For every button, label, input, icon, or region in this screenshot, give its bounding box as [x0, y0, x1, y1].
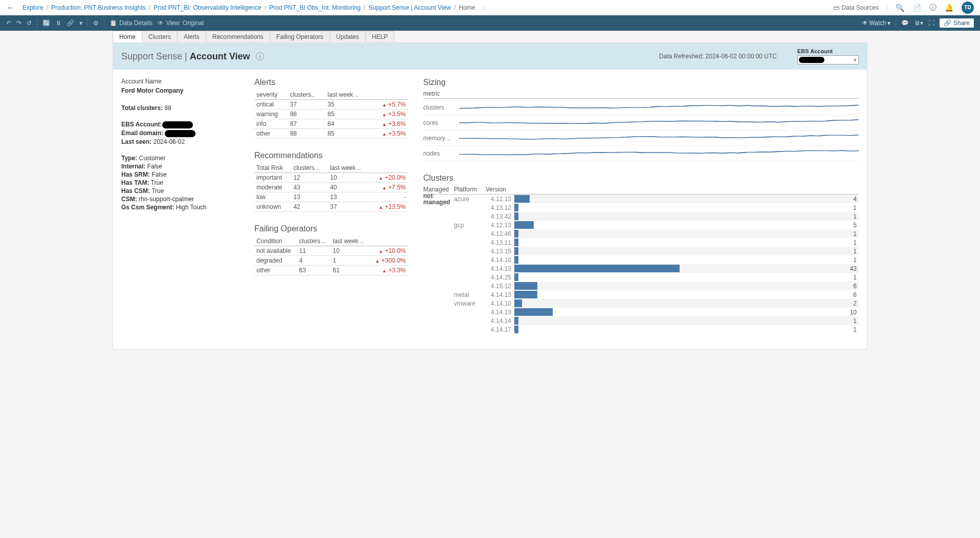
- bar-value: 5: [853, 222, 857, 229]
- sizing-label: nodes: [423, 150, 459, 157]
- crumb-prod-insights[interactable]: Production: PNT Business Insights: [51, 4, 146, 11]
- sizing-row-clusters[interactable]: clusters: [423, 100, 859, 115]
- sizing-row-memory[interactable]: memory ..: [423, 131, 859, 146]
- tab-failing-operators[interactable]: Failing Operators: [270, 31, 330, 42]
- row-key: low: [254, 192, 291, 202]
- tab-help[interactable]: HELP: [365, 31, 395, 42]
- crumb-monitoring[interactable]: Prod PNT_BI Obs_Int: Monitoring: [269, 4, 361, 11]
- tab-clusters[interactable]: Clusters: [142, 31, 178, 42]
- pause-icon[interactable]: ⏸: [55, 19, 61, 27]
- table-row[interactable]: warning8885▲ +3.5%: [254, 110, 408, 119]
- bar-cell: 10: [514, 308, 859, 316]
- cluster-bar-row[interactable]: vmware4.14.102: [423, 299, 859, 308]
- row-current: 63: [297, 266, 331, 275]
- bar-value: 1: [853, 239, 857, 246]
- performance-icon[interactable]: ⚙: [93, 19, 99, 27]
- table-row[interactable]: not available1110▲ +10.0%: [254, 246, 408, 256]
- clusters-col-platform: Platform: [454, 186, 486, 193]
- database-icon: 🗃: [833, 4, 839, 11]
- comments-icon[interactable]: 💬: [901, 19, 909, 27]
- ebs-account-select[interactable]: ▼: [797, 55, 859, 64]
- table-row[interactable]: low1313-: [254, 192, 408, 202]
- cluster-bar-row[interactable]: 4.14.251: [423, 273, 859, 282]
- account-name-value: Ford Motor Company: [121, 87, 239, 94]
- cluster-bar-row[interactable]: 4.14.141: [423, 316, 859, 325]
- row-prev: 1: [331, 256, 369, 266]
- table-row[interactable]: moderate4340▲ +7.5%: [254, 183, 408, 192]
- user-avatar[interactable]: TD: [962, 2, 974, 14]
- row-prev: 85: [325, 129, 371, 139]
- cluster-bar-row[interactable]: 4.13.151: [423, 247, 859, 255]
- table-row[interactable]: other8885▲ +3.5%: [254, 129, 408, 139]
- cluster-bar-row[interactable]: 4.14.101: [423, 255, 859, 264]
- cluster-bar-row[interactable]: metal4.14.136: [423, 290, 859, 299]
- cluster-bar-row[interactable]: 4.13.111: [423, 238, 859, 247]
- search-icon[interactable]: 🔍: [896, 4, 904, 12]
- row-delta: ▲ +3.3%: [369, 266, 408, 275]
- version-cell: 4.15.12: [486, 283, 514, 290]
- favorite-star-icon[interactable]: ☆: [481, 4, 488, 12]
- tab-home[interactable]: Home: [113, 31, 142, 42]
- refresh-icon[interactable]: 🔄: [42, 19, 50, 27]
- table-row[interactable]: unknown4237▲ +13.5%: [254, 202, 408, 212]
- total-clusters-value: 88: [164, 104, 171, 112]
- link-icon[interactable]: 🔗: [67, 19, 74, 27]
- help-icon[interactable]: ⓘ: [929, 3, 937, 12]
- sizing-metric-header: metric: [423, 90, 859, 99]
- watch-button[interactable]: 👁 Watch ▾: [862, 19, 890, 27]
- back-arrow-icon[interactable]: ←: [6, 3, 14, 12]
- revert-icon[interactable]: ↺: [27, 19, 32, 27]
- cluster-bar-row[interactable]: 4.15.126: [423, 282, 859, 290]
- row-prev: 40: [328, 183, 370, 192]
- sizing-row-nodes[interactable]: nodes: [423, 146, 859, 161]
- undo-icon[interactable]: ↶: [6, 19, 11, 27]
- crumb-explore[interactable]: Explore: [23, 4, 43, 11]
- crumb-obs-intel[interactable]: Prod PNT_BI: Observability Intelligence: [154, 4, 262, 11]
- cluster-bar-row[interactable]: 4.13.421: [423, 212, 859, 221]
- bar-cell: 43: [514, 264, 859, 273]
- cluster-bar-row[interactable]: 4.12.461: [423, 229, 859, 238]
- table-row[interactable]: important1210▲ +20.0%: [254, 173, 408, 183]
- fullscreen-icon[interactable]: ⛶: [928, 19, 934, 27]
- cluster-bar-row[interactable]: 4.14.171: [423, 325, 859, 334]
- title-prefix: Support Sense |: [121, 51, 190, 61]
- version-cell: 4.14.13: [486, 291, 514, 298]
- row-delta: ▲ +20.0%: [370, 173, 408, 183]
- internal-value: False: [147, 163, 162, 170]
- cluster-bar-row[interactable]: notmanagedazure4.12.134: [423, 195, 859, 203]
- clipboard-icon: 📋: [110, 19, 117, 27]
- bar: [514, 299, 522, 307]
- crumb-account-view[interactable]: Support Sense | Account View: [368, 4, 451, 11]
- device-preview-icon[interactable]: 🖥▾: [914, 19, 923, 27]
- share-button[interactable]: 🔗 Share: [940, 18, 974, 28]
- table-row[interactable]: critical3735▲ +5.7%: [254, 100, 408, 110]
- data-sources-button[interactable]: 🗃 Data Sources: [833, 4, 887, 11]
- column-header: severity: [254, 90, 288, 100]
- tab-updates[interactable]: Updates: [330, 31, 366, 42]
- cluster-bar-row[interactable]: 4.14.1310: [423, 308, 859, 316]
- has-tam-key: Has TAM:: [121, 179, 149, 186]
- share-label: Share: [953, 19, 970, 27]
- table-row[interactable]: degraded41▲ +300.0%: [254, 256, 408, 266]
- table-row[interactable]: info8784▲ +3.6%: [254, 119, 408, 129]
- tab-alerts[interactable]: Alerts: [177, 31, 206, 42]
- chevron-down-icon[interactable]: ▾: [79, 19, 82, 27]
- view-original-button[interactable]: 👁 View: Original: [158, 19, 204, 27]
- row-current: 88: [288, 129, 325, 139]
- bar-value: 1: [853, 256, 857, 264]
- data-details-button[interactable]: 📋 Data Details: [110, 19, 153, 27]
- column-header: clusters ..: [291, 163, 328, 173]
- notifications-icon[interactable]: 🔔: [945, 4, 953, 12]
- segment-value: High Touch: [176, 204, 207, 211]
- sizing-row-cores[interactable]: cores: [423, 115, 859, 131]
- info-icon[interactable]: i: [256, 52, 264, 60]
- cluster-bar-row[interactable]: 4.13.121: [423, 203, 859, 212]
- table-row[interactable]: other6361▲ +3.3%: [254, 266, 408, 275]
- row-key: not available: [254, 246, 297, 256]
- cluster-bar-row[interactable]: 4.14.1343: [423, 264, 859, 273]
- new-icon[interactable]: 📄: [912, 4, 921, 12]
- redo-icon[interactable]: ↷: [16, 19, 21, 27]
- cluster-bar-row[interactable]: gcp4.12.135: [423, 221, 859, 229]
- tab-recommendations[interactable]: Recommendations: [206, 31, 270, 42]
- managed-cell: notmanaged: [423, 193, 454, 205]
